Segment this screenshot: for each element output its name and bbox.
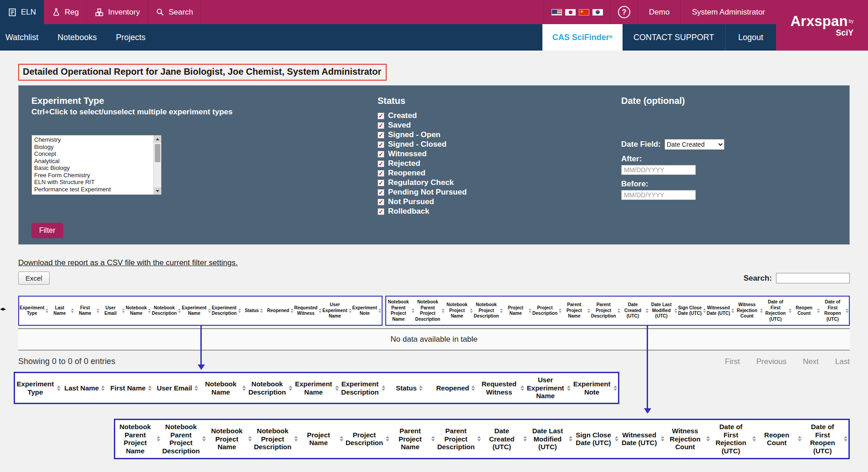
column-header[interactable]: Experiment Name: [181, 297, 211, 325]
status-checkbox-row[interactable]: ✓ Reopened: [378, 169, 621, 177]
status-checkbox-row[interactable]: ✓ Not Pursued: [378, 198, 621, 205]
column-header[interactable]: Notebook Parent Project Description: [161, 420, 207, 458]
listbox-option[interactable]: Biology: [32, 144, 153, 151]
column-header[interactable]: User Email: [154, 373, 201, 403]
column-header[interactable]: User Experiment Name: [322, 297, 352, 325]
table-search-input[interactable]: [776, 273, 850, 283]
column-header[interactable]: Experiment Note: [572, 373, 618, 403]
column-header[interactable]: Reopen Count: [792, 297, 821, 325]
column-header[interactable]: Parent Project Description: [436, 420, 482, 458]
checkbox-checked-icon[interactable]: ✓: [378, 151, 384, 158]
column-header[interactable]: Parent Project Name: [562, 297, 591, 325]
pagination-link[interactable]: Next: [803, 357, 819, 366]
column-header[interactable]: Date Last Modified (UTC): [649, 297, 678, 325]
before-date-input[interactable]: [621, 190, 696, 200]
column-header[interactable]: Date of First Reopen (UTC): [802, 420, 848, 458]
after-date-input[interactable]: [621, 165, 696, 175]
column-header[interactable]: Requested Witness: [294, 297, 322, 325]
status-checkbox-row[interactable]: ✓ Saved: [378, 122, 621, 129]
column-header[interactable]: Reopened: [267, 297, 294, 325]
column-header[interactable]: Notebook Parent Project Description: [415, 297, 445, 325]
column-header[interactable]: First Name: [74, 297, 100, 325]
excel-export-button[interactable]: Excel: [18, 272, 50, 285]
column-header[interactable]: Witness Rejection Count: [735, 297, 763, 325]
listbox-option[interactable]: Analytical: [32, 158, 153, 165]
column-header[interactable]: Project Name: [503, 297, 532, 325]
listbox-option[interactable]: Performance test Experiment: [32, 186, 153, 193]
column-header[interactable]: Experiment Type: [15, 373, 61, 403]
column-header[interactable]: Sign Close Date (UTC): [573, 420, 619, 458]
flag-us-icon[interactable]: [551, 9, 562, 15]
help-button[interactable]: ?: [610, 0, 638, 24]
checkbox-checked-icon[interactable]: ✓: [378, 160, 384, 167]
column-header[interactable]: Project Description: [532, 297, 562, 325]
status-checkbox-row[interactable]: ✓ Regulatory Check: [378, 179, 621, 186]
pagination-link[interactable]: Last: [835, 357, 850, 366]
checkbox-checked-icon[interactable]: ✓: [378, 199, 384, 205]
flag-korea-icon[interactable]: [592, 9, 603, 15]
column-header[interactable]: Notebook Name: [125, 297, 151, 325]
listbox-option[interactable]: Free Form Chemistry: [32, 172, 153, 179]
column-header[interactable]: Experiment Description: [211, 297, 241, 325]
column-header[interactable]: Date Created (UTC): [482, 420, 528, 458]
scrollbar-thumb[interactable]: [155, 144, 160, 162]
column-header[interactable]: Notebook Description: [247, 373, 293, 403]
cas-scifinder-link[interactable]: CAS SciFinderⁿ: [542, 24, 623, 51]
column-header[interactable]: Parent Project Name: [390, 420, 436, 458]
listbox-option[interactable]: Chemistry: [32, 136, 153, 144]
column-header[interactable]: Sign Close Date (UTC): [678, 297, 706, 325]
status-checkbox-row[interactable]: ✓ Signed - Open: [378, 131, 621, 139]
subnav-item-notebooks[interactable]: Notebooks: [48, 24, 106, 51]
subnav-item-projects[interactable]: Projects: [106, 24, 155, 51]
logout-link[interactable]: Logout: [725, 24, 776, 51]
column-header[interactable]: Witness Rejection Count: [665, 420, 711, 458]
column-header[interactable]: Notebook Project Name: [207, 420, 253, 458]
status-checkbox-row[interactable]: ✓ Rolledback: [378, 208, 621, 215]
user-menu[interactable]: System Administrator: [680, 0, 776, 24]
listbox-scrollbar[interactable]: [153, 135, 161, 195]
column-header[interactable]: Reopen Count: [757, 420, 803, 458]
listbox-option[interactable]: Concept: [32, 150, 153, 158]
filter-button[interactable]: Filter: [31, 223, 63, 238]
listbox-option[interactable]: Basic Biology: [32, 164, 153, 172]
checkbox-checked-icon[interactable]: ✓: [378, 208, 384, 215]
listbox-option[interactable]: ELN with Structure RIT: [32, 179, 153, 186]
pagination-link[interactable]: Previous: [756, 357, 786, 366]
topnav-item-search[interactable]: Search: [148, 0, 201, 24]
column-header[interactable]: Witnessed Date (UTC): [619, 420, 665, 458]
column-header[interactable]: Notebook Name: [200, 373, 247, 403]
checkbox-checked-icon[interactable]: ✓: [378, 170, 384, 177]
column-header[interactable]: Notebook Parent Project Name: [115, 420, 161, 458]
column-header[interactable]: Notebook Project Description: [473, 297, 503, 325]
column-header[interactable]: Date Created (UTC): [621, 297, 649, 325]
download-csv-link[interactable]: Download the report as a CSV file with t…: [18, 258, 238, 267]
status-checkbox-row[interactable]: ✓ Pending Not Pursued: [378, 189, 621, 196]
column-header[interactable]: Witnessed Date (UTC): [706, 297, 735, 325]
status-checkbox-row[interactable]: ✓ Signed - Closed: [378, 141, 621, 148]
column-header[interactable]: First Name: [108, 373, 154, 403]
column-header[interactable]: Last Name: [61, 373, 108, 403]
checkbox-checked-icon[interactable]: ✓: [378, 189, 384, 196]
topnav-item-eln[interactable]: ELN: [0, 0, 44, 24]
status-checkbox-row[interactable]: ✓ Witnessed: [378, 150, 621, 158]
column-header[interactable]: Notebook Project Name: [445, 297, 474, 325]
subnav-item-watchlist[interactable]: Watchlist: [0, 24, 48, 51]
flag-china-icon[interactable]: [579, 9, 589, 15]
horizontal-scroll-handle-icon[interactable]: ◀▶: [0, 307, 5, 311]
column-header[interactable]: Status: [386, 373, 433, 403]
column-header[interactable]: Reopened: [433, 373, 479, 403]
column-header[interactable]: Project Name: [299, 420, 345, 458]
scroll-down-icon[interactable]: [154, 187, 161, 195]
scroll-up-icon[interactable]: [154, 135, 161, 143]
column-header[interactable]: Notebook Project Description: [253, 420, 299, 458]
checkbox-checked-icon[interactable]: ✓: [378, 113, 384, 119]
column-header[interactable]: Date of First Rejection (UTC): [711, 420, 757, 458]
topnav-item-inventory[interactable]: Inventory: [87, 0, 148, 24]
column-header[interactable]: User Experiment Name: [525, 373, 572, 403]
column-header[interactable]: Parent Project Description: [591, 297, 621, 325]
status-checkbox-row[interactable]: ✓ Created: [378, 112, 621, 119]
contact-support-link[interactable]: CONTACT SUPPORT: [623, 24, 725, 51]
column-header[interactable]: Requested Witness: [479, 373, 525, 403]
column-header[interactable]: Notebook Description: [151, 297, 181, 325]
checkbox-checked-icon[interactable]: ✓: [378, 180, 384, 186]
